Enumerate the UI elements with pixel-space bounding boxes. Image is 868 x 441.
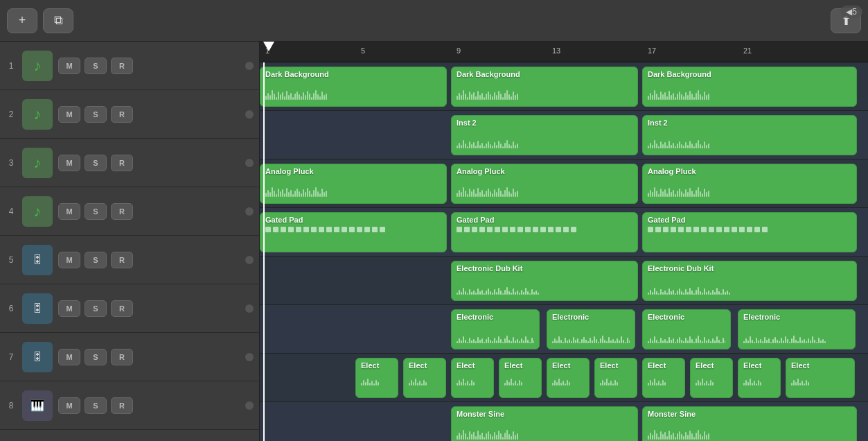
region-6[interactable]: Analog Pluck <box>451 164 638 204</box>
region-title-24: Elect <box>696 361 727 370</box>
track-m-button-5[interactable]: M <box>58 252 80 268</box>
track-m-button-6[interactable]: M <box>58 300 80 317</box>
track-m-button-8[interactable]: M <box>58 397 80 414</box>
track-r-button-6[interactable]: R <box>111 300 133 317</box>
track-m-button-1[interactable]: M <box>58 58 80 74</box>
track-s-button-4[interactable]: S <box>85 203 107 220</box>
region-16[interactable]: Electronic <box>738 309 856 349</box>
region-17[interactable]: Elect <box>355 358 398 398</box>
region-2[interactable]: Dark Background <box>642 67 857 107</box>
track-icon-6[interactable]: 🎛 <box>22 293 53 324</box>
region-4[interactable]: Inst 2 <box>642 115 857 155</box>
arrange-wrapper: 159131721 Dark BackgroundDark Background… <box>260 42 868 441</box>
track-number-2: 2 <box>6 110 17 119</box>
region-title-11: Electronic Dub Kit <box>457 264 632 273</box>
region-13[interactable]: Electronic <box>451 309 540 349</box>
drum-machine-icon: 🎛 <box>32 302 43 315</box>
track-number-8: 8 <box>6 401 17 410</box>
region-21[interactable]: Elect <box>547 358 590 398</box>
track-r-button-2[interactable]: R <box>111 106 133 123</box>
track-r-button-1[interactable]: R <box>111 58 133 74</box>
region-1[interactable]: Dark Background <box>451 67 638 107</box>
music-note-icon: ♪ <box>34 105 42 123</box>
region-title-10: Gated Pad <box>648 216 851 224</box>
arrange-row-2: Inst 2Inst 2 <box>260 111 868 159</box>
duplicate-button[interactable]: ⧉ <box>43 8 73 33</box>
region-9[interactable]: Gated Pad <box>451 212 638 252</box>
track-controls-8: MSR <box>58 397 240 414</box>
region-14[interactable]: Electronic <box>547 309 635 349</box>
region-18[interactable]: Elect <box>403 358 446 398</box>
track-icon-5[interactable]: 🎛 <box>22 245 53 275</box>
region-title-23: Elect <box>648 361 680 370</box>
main-content: 1♪MSR2♪MSR3♪MSR4♪MSR5🎛MSR6🎛MSR7🎛MSR8🎹MSR… <box>0 42 868 441</box>
region-3[interactable]: Inst 2 <box>451 115 638 155</box>
arrange-row-1: Dark BackgroundDark BackgroundDark Backg… <box>260 62 868 111</box>
drum-machine-icon: 🎛 <box>32 254 43 266</box>
track-row-5: 5🎛MSR <box>0 236 259 284</box>
region-26[interactable]: Elect <box>786 358 855 398</box>
track-s-button-5[interactable]: S <box>85 252 107 268</box>
track-number-5: 5 <box>6 255 17 265</box>
track-controls-4: MSR <box>58 203 240 220</box>
ruler: 159131721 <box>260 42 868 62</box>
track-m-button-2[interactable]: M <box>58 106 80 123</box>
track-dot-3 <box>245 159 254 167</box>
track-dot-1 <box>245 62 254 70</box>
track-controls-6: MSR <box>58 300 240 317</box>
region-15[interactable]: Electronic <box>642 309 731 349</box>
region-7[interactable]: Analog Pluck <box>642 164 857 204</box>
track-m-button-3[interactable]: M <box>58 155 80 171</box>
region-28[interactable]: Monster Sine <box>642 406 857 441</box>
region-title-8: Gated Pad <box>265 216 441 224</box>
track-s-button-8[interactable]: S <box>85 397 107 414</box>
track-controls-3: MSR <box>58 155 240 171</box>
region-title-16: Electronic <box>743 313 850 321</box>
region-8[interactable]: Gated Pad <box>260 212 447 252</box>
track-r-button-4[interactable]: R <box>111 203 133 220</box>
region-22[interactable]: Elect <box>594 358 637 398</box>
duplicate-icon: ⧉ <box>54 13 63 28</box>
track-r-button-7[interactable]: R <box>111 349 133 365</box>
region-10[interactable]: Gated Pad <box>642 212 857 252</box>
add-track-button[interactable]: + <box>7 8 37 33</box>
region-20[interactable]: Elect <box>499 358 542 398</box>
region-25[interactable]: Elect <box>738 358 781 398</box>
region-5[interactable]: Analog Pluck <box>260 164 447 204</box>
arrange-row-7: ElectElectElectElectElectElectElectElect… <box>260 354 868 402</box>
ruler-mark-9: 9 <box>457 46 461 55</box>
track-dot-7 <box>245 353 254 361</box>
track-icon-4[interactable]: ♪ <box>22 196 53 227</box>
region-title-19: Elect <box>457 361 488 370</box>
track-row-3: 3♪MSR <box>0 139 259 187</box>
region-19[interactable]: Elect <box>451 358 494 398</box>
toolbar: + ⧉ ⬆ <box>0 0 868 42</box>
track-s-button-3[interactable]: S <box>85 155 107 171</box>
region-24[interactable]: Elect <box>690 358 733 398</box>
track-icon-8[interactable]: 🎹 <box>22 390 53 421</box>
track-s-button-6[interactable]: S <box>85 300 107 317</box>
region-23[interactable]: Elect <box>642 358 685 398</box>
track-r-button-8[interactable]: R <box>111 397 133 414</box>
region-title-12: Electronic Dub Kit <box>648 264 851 273</box>
region-11[interactable]: Electronic Dub Kit <box>451 261 638 301</box>
track-s-button-7[interactable]: S <box>85 349 107 365</box>
track-m-button-7[interactable]: M <box>58 349 80 365</box>
region-12[interactable]: Electronic Dub Kit <box>642 261 857 301</box>
track-m-button-4[interactable]: M <box>58 203 80 220</box>
region-27[interactable]: Monster Sine <box>451 406 638 441</box>
region-title-22: Elect <box>600 361 632 370</box>
track-row-6: 6🎛MSR <box>0 284 259 333</box>
track-r-button-5[interactable]: R <box>111 252 133 268</box>
region-title-27: Monster Sine <box>457 410 632 418</box>
track-r-button-3[interactable]: R <box>111 155 133 171</box>
track-s-button-1[interactable]: S <box>85 58 107 74</box>
region-0[interactable]: Dark Background <box>260 67 447 107</box>
ruler-mark-17: 17 <box>648 46 656 55</box>
track-icon-3[interactable]: ♪ <box>22 148 53 178</box>
track-s-button-2[interactable]: S <box>85 106 107 123</box>
track-icon-7[interactable]: 🎛 <box>22 342 53 372</box>
region-title-4: Inst 2 <box>648 119 851 127</box>
track-icon-1[interactable]: ♪ <box>22 51 53 81</box>
track-icon-2[interactable]: ♪ <box>22 99 53 130</box>
